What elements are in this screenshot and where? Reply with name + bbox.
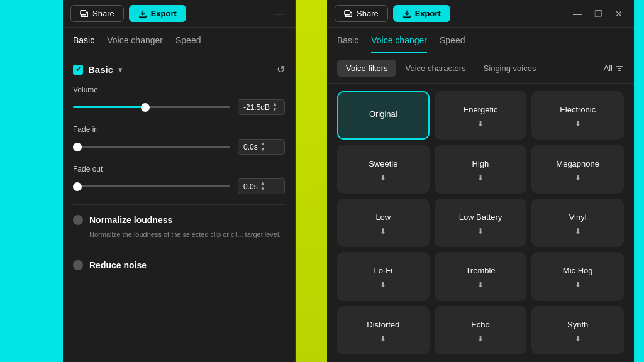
volume-down-btn[interactable]: ▼: [272, 107, 277, 112]
voice-card-low-battery[interactable]: Low Battery⬇: [435, 199, 527, 247]
voice-name-low-battery: Low Battery: [459, 212, 502, 223]
download-icon-echo[interactable]: ⬇: [477, 334, 484, 343]
volume-label: Volume: [73, 85, 285, 94]
download-icon-sweetie[interactable]: ⬇: [380, 173, 386, 182]
voice-name-distorted: Distorted: [367, 320, 399, 331]
minimize-button[interactable]: —: [569, 8, 586, 20]
voice-card-lo-fi[interactable]: Lo-Fi⬇: [337, 252, 430, 300]
fade-out-stepper: ▲ ▼: [260, 181, 265, 192]
normalize-title: Normalize loudness: [89, 215, 172, 225]
normalize-description: Normalize the loudness of the selected c…: [89, 230, 285, 239]
svg-rect-0: [80, 10, 86, 14]
left-panel-content: Basic ▾ ↺ Volume -21.5dB ▲ ▼: [63, 53, 295, 362]
tab-speed-left[interactable]: Speed: [175, 35, 201, 53]
basic-section-header: Basic ▾ ↺: [73, 63, 285, 75]
fade-out-up-btn[interactable]: ▲: [260, 181, 265, 186]
download-icon-energetic[interactable]: ⬇: [477, 119, 484, 128]
volume-slider-thumb[interactable]: [141, 103, 150, 112]
download-icon-low-battery[interactable]: ⬇: [477, 227, 484, 236]
fade-in-value-box: 0.0s ▲ ▼: [238, 139, 285, 155]
left-minimize-button[interactable]: —: [270, 6, 287, 22]
voice-name-low: Low: [375, 212, 391, 223]
all-filter-button[interactable]: All: [604, 63, 624, 73]
basic-section-title: Basic ▾: [73, 64, 123, 75]
fade-out-slider-thumb[interactable]: [73, 182, 82, 191]
fade-out-down-btn[interactable]: ▼: [260, 187, 265, 192]
close-button[interactable]: ✕: [611, 8, 626, 20]
reset-button[interactable]: ↺: [277, 63, 285, 75]
volume-slider-row: -21.5dB ▲ ▼: [73, 99, 285, 115]
volume-value: -21.5dB: [243, 103, 270, 112]
normalize-toggle[interactable]: [73, 215, 83, 225]
volume-slider-fill: [73, 106, 144, 108]
filter-tab-voice-filters[interactable]: Voice filters: [337, 60, 396, 77]
filter-tab-voice-characters[interactable]: Voice characters: [396, 60, 474, 77]
volume-slider-track[interactable]: [73, 106, 230, 108]
download-icon-electronic[interactable]: ⬇: [575, 119, 581, 128]
download-icon-distorted[interactable]: ⬇: [380, 334, 386, 343]
download-icon-high[interactable]: ⬇: [477, 173, 484, 182]
left-export-button[interactable]: Export: [129, 5, 186, 22]
tab-basic-right[interactable]: Basic: [337, 35, 358, 53]
basic-dropdown-icon[interactable]: ▾: [118, 65, 123, 74]
fade-in-label: Fade in: [73, 125, 285, 134]
reduce-noise-title: Reduce noise: [89, 260, 147, 270]
export-icon: [138, 9, 147, 18]
right-toolbar: Share Export — ❐ ✕: [327, 0, 634, 28]
tab-basic-left[interactable]: Basic: [73, 35, 94, 53]
fade-in-slider-thumb[interactable]: [73, 143, 82, 151]
right-tabs: Basic Voice changer Speed: [327, 28, 634, 53]
voice-card-high[interactable]: High⬇: [435, 145, 527, 193]
right-share-button[interactable]: Share: [335, 5, 388, 22]
reduce-noise-toggle[interactable]: [73, 260, 83, 270]
left-share-button[interactable]: Share: [70, 5, 124, 22]
voice-card-original[interactable]: Original: [337, 91, 430, 140]
volume-value-box: -21.5dB ▲ ▼: [238, 99, 285, 115]
voice-card-mic-hog[interactable]: Mic Hog⬇: [531, 252, 624, 300]
download-icon-tremble[interactable]: ⬇: [477, 280, 484, 289]
voice-name-electronic: Electronic: [560, 105, 596, 116]
right-share-label: Share: [357, 9, 379, 18]
tab-voice-changer-left[interactable]: Voice changer: [107, 35, 163, 53]
right-cyan-border: [634, 0, 644, 362]
voice-card-echo[interactable]: Echo⬇: [435, 306, 527, 354]
right-panel: Share Export — ❐ ✕ Basic Voice changer S…: [327, 0, 634, 362]
fade-in-down-btn[interactable]: ▼: [260, 147, 265, 152]
fade-in-slider-row: 0.0s ▲ ▼: [73, 139, 285, 155]
volume-up-btn[interactable]: ▲: [272, 102, 277, 107]
fade-out-slider-track[interactable]: [73, 185, 230, 187]
voice-card-tremble[interactable]: Tremble⬇: [435, 252, 527, 300]
filter-tab-singing-voices[interactable]: Singing voices: [475, 60, 545, 77]
download-icon-synth[interactable]: ⬇: [575, 334, 581, 343]
voice-card-energetic[interactable]: Energetic⬇: [435, 91, 527, 140]
tab-voice-changer-right[interactable]: Voice changer: [371, 35, 427, 53]
restore-button[interactable]: ❐: [591, 8, 606, 20]
voice-card-electronic[interactable]: Electronic⬇: [531, 91, 624, 140]
fade-in-up-btn[interactable]: ▲: [260, 141, 265, 146]
voice-card-megaphone[interactable]: Megaphone⬇: [531, 145, 624, 193]
download-icon-lo-fi[interactable]: ⬇: [380, 280, 386, 289]
left-cyan-border: [0, 0, 63, 362]
fade-out-value-box: 0.0s ▲ ▼: [238, 178, 285, 194]
download-icon-megaphone[interactable]: ⬇: [575, 173, 581, 182]
voice-card-synth[interactable]: Synth⬇: [531, 306, 624, 354]
tab-speed-right[interactable]: Speed: [440, 35, 465, 53]
fade-out-control: Fade out 0.0s ▲ ▼: [73, 165, 285, 194]
voice-card-low[interactable]: Low⬇: [337, 199, 430, 247]
voice-grid: OriginalEnergetic⬇Electronic⬇Sweetie⬇Hig…: [327, 84, 634, 362]
voice-card-sweetie[interactable]: Sweetie⬇: [337, 145, 430, 193]
fade-in-value: 0.0s: [243, 143, 258, 151]
download-icon-vinyl[interactable]: ⬇: [575, 227, 581, 236]
voice-card-distorted[interactable]: Distorted⬇: [337, 306, 430, 354]
fade-in-slider-track[interactable]: [73, 146, 230, 148]
voice-card-vinyl[interactable]: Vinyl⬇: [531, 199, 624, 247]
right-export-label: Export: [415, 9, 441, 18]
normalize-section: Normalize loudness Normalize the loudnes…: [73, 204, 285, 239]
left-export-label: Export: [151, 9, 177, 18]
voice-name-synth: Synth: [567, 320, 588, 331]
reduce-noise-toggle-row: Reduce noise: [73, 260, 285, 270]
right-export-button[interactable]: Export: [393, 5, 450, 22]
basic-checkbox[interactable]: [73, 65, 83, 75]
download-icon-low[interactable]: ⬇: [380, 227, 386, 236]
download-icon-mic-hog[interactable]: ⬇: [575, 280, 581, 289]
